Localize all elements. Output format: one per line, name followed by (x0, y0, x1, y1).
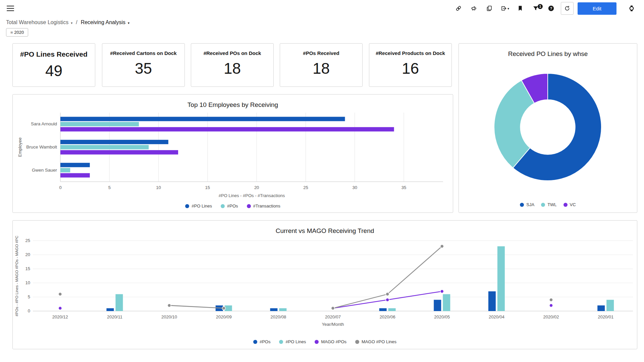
legend-item: MAGO #PO Lines (355, 339, 396, 344)
legend-item: #POs (253, 339, 271, 344)
legend-label: VC (570, 202, 576, 207)
breadcrumb-root[interactable]: Total Warehouse Logistics ▾ (6, 19, 72, 25)
svg-text:Bruce Wambolt: Bruce Wambolt (26, 144, 57, 149)
employees-legend: #PO Lines#POs#Transactions (13, 203, 453, 208)
kpi-card-received-products: #Received Products on Dock 16 (369, 43, 452, 87)
watch-icon[interactable] (626, 3, 637, 14)
svg-text:Year/Month: Year/Month (322, 322, 344, 327)
svg-text:2020/11: 2020/11 (107, 314, 122, 319)
legend-dot-icon (279, 340, 283, 344)
legend-label: #PO Lines (192, 203, 212, 208)
svg-text:?: ? (550, 6, 552, 10)
svg-text:5: 5 (108, 185, 111, 190)
megaphone-icon[interactable] (468, 3, 480, 14)
svg-text:#PO Lines - #POs - #Transa: #PO Lines - #POs - #Transactions (219, 193, 285, 198)
legend-item: #POs (221, 203, 238, 208)
legend-label: MAGO #PO Lines (362, 339, 396, 344)
breadcrumb-current[interactable]: Receiving Analysis ▾ (81, 19, 129, 25)
legend-label: #PO Lines (285, 339, 306, 344)
legend-dot-icon (541, 203, 545, 207)
svg-text:2020/08: 2020/08 (270, 314, 286, 319)
legend-label: MAGO #POs (321, 339, 346, 344)
donut-legend: SJATWLVC (459, 202, 637, 207)
legend-item: #PO Lines (279, 339, 306, 344)
svg-text:0: 0 (28, 308, 30, 313)
kpi-label: #PO Lines Received (13, 50, 95, 58)
svg-text:35: 35 (401, 185, 406, 190)
filter-count-badge: 1 (538, 4, 543, 9)
year-filter-chip[interactable]: = 2020 (6, 28, 28, 37)
legend-item: #PO Lines (185, 203, 212, 208)
breadcrumb: Total Warehouse Logistics ▾ / Receiving … (0, 17, 644, 25)
kpi-label: #Received POs on Dock (191, 50, 273, 56)
trend-chart-card: Current vs MAGO Receiving Trend 05101520… (12, 220, 637, 349)
svg-text:15: 15 (25, 266, 30, 271)
svg-text:Gwen Sauer: Gwen Sauer (32, 168, 57, 173)
legend-item: #Transactions (247, 203, 280, 208)
svg-text:15: 15 (205, 185, 210, 190)
top-toolbar: ▾ 1 ? Edit (0, 0, 644, 17)
hamburger-menu-icon[interactable] (5, 3, 16, 14)
kpi-label: #Received Cartons on Dock (102, 50, 184, 56)
svg-text:0: 0 (59, 185, 61, 190)
svg-text:2020/01: 2020/01 (598, 314, 613, 319)
legend-dot-icon (247, 204, 251, 208)
kpi-value: 49 (13, 62, 95, 80)
kpi-card-pos-received: #POs Received 18 (280, 43, 363, 87)
breadcrumb-root-label: Total Warehouse Logistics (6, 19, 68, 25)
svg-text:2020/12: 2020/12 (52, 314, 68, 319)
edit-button[interactable]: Edit (578, 2, 616, 15)
kpi-value: 35 (102, 59, 184, 77)
legend-dot-icon (185, 204, 189, 208)
filter-chip-row: = 2020 (0, 25, 644, 40)
bookmark-icon[interactable] (515, 3, 526, 14)
legend-dot-icon (520, 203, 524, 207)
chart-title: Current vs MAGO Receiving Trend (13, 221, 637, 235)
filter-icon[interactable]: 1 (530, 3, 541, 14)
kpi-value: 16 (369, 59, 451, 77)
svg-text:10: 10 (25, 280, 30, 285)
svg-text:Sara Arnould: Sara Arnould (31, 121, 57, 126)
svg-text:20: 20 (254, 185, 259, 190)
svg-text:2020/07: 2020/07 (325, 314, 341, 319)
chart-title: Top 10 Employees by Receiving (13, 95, 453, 109)
toolbar-actions: ▾ 1 ? Edit (453, 2, 637, 15)
copy-icon[interactable] (484, 3, 495, 14)
kpi-value: 18 (280, 59, 362, 77)
breadcrumb-current-label: Receiving Analysis (81, 19, 125, 25)
link-icon[interactable] (453, 3, 464, 14)
svg-text:2020/02: 2020/02 (543, 314, 559, 319)
svg-text:10: 10 (156, 185, 161, 190)
help-icon[interactable]: ? (545, 3, 557, 14)
svg-text:Employee: Employee (17, 137, 22, 157)
trend-combo-chart[interactable]: 05101520252020/122020/112020/102020/0920… (13, 236, 637, 327)
svg-text:25: 25 (25, 238, 30, 243)
svg-text:2020/05: 2020/05 (434, 314, 450, 319)
chevron-down-icon: ▾ (128, 20, 129, 25)
svg-text:5: 5 (28, 294, 30, 299)
chart-title: Received PO Lines by whse (459, 44, 637, 58)
legend-dot-icon (221, 204, 225, 208)
reset-icon[interactable] (561, 2, 574, 15)
employees-bar-chart[interactable]: 05101520253035Sara ArnouldBruce WamboltG… (13, 110, 453, 198)
kpi-card-received-pos-dock: #Received POs on Dock 18 (191, 43, 274, 87)
legend-label: TWL (547, 202, 556, 207)
trend-legend: #POs#PO LinesMAGO #POsMAGO #PO Lines (13, 339, 637, 344)
export-icon[interactable]: ▾ (499, 3, 511, 14)
dashboard-canvas: #PO Lines Received 49 #Received Cartons … (12, 40, 637, 357)
donut-chart-card: Received PO Lines by whse SJATWLVC (459, 43, 637, 213)
employees-chart-card: Top 10 Employees by Receiving 0510152025… (12, 94, 453, 213)
kpi-value: 18 (191, 59, 273, 77)
legend-item: MAGO #POs (315, 339, 346, 344)
kpi-card-po-lines-received: #PO Lines Received 49 (12, 43, 95, 87)
legend-label: #Transactions (253, 203, 280, 208)
legend-dot-icon (253, 340, 257, 344)
breadcrumb-separator: / (76, 19, 77, 25)
legend-dot-icon (564, 203, 568, 207)
chevron-down-icon: ▾ (71, 20, 72, 25)
svg-text:#POs - #PO Lines - MAGO #P: #POs - #PO Lines - MAGO #POs - MAGO #PO (15, 236, 19, 316)
legend-label: #POs (227, 203, 238, 208)
svg-text:2020/10: 2020/10 (161, 314, 177, 319)
donut-chart[interactable] (459, 59, 637, 193)
svg-text:2020/04: 2020/04 (489, 314, 504, 319)
